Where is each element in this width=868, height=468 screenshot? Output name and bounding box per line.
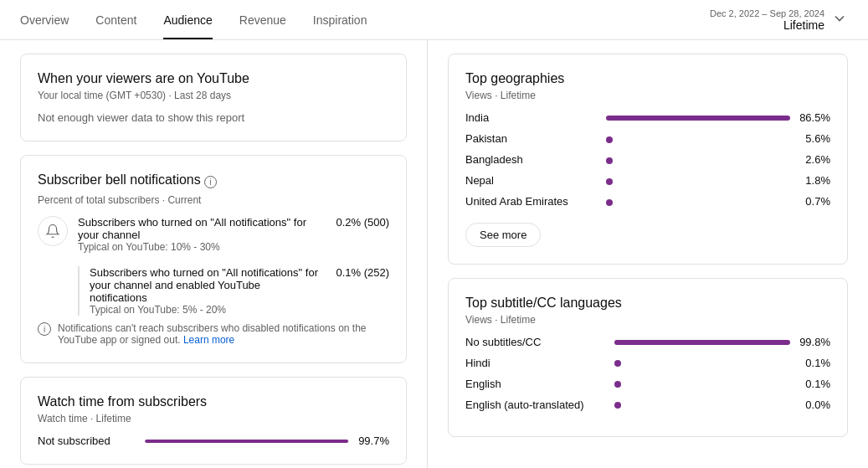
info-circle-icon: i <box>38 322 51 336</box>
top-geo-subtitle: Views · Lifetime <box>465 90 830 101</box>
lang-value-english-auto: 0.0% <box>797 399 830 411</box>
date-range-text: Dec 2, 2022 – Sep 28, 2024 <box>710 8 824 18</box>
lang-bar-no-subtitles <box>614 340 790 345</box>
notification-row-sub: Subscribers who turned on "All notificat… <box>78 266 389 316</box>
nav-content[interactable]: Content <box>95 2 136 39</box>
lang-row-english: English 0.1% <box>465 378 830 390</box>
geo-value-uae: 0.7% <box>797 195 830 208</box>
top-geographies-card: Top geographies Views · Lifetime India 8… <box>448 54 848 265</box>
geo-bar-uae <box>606 199 790 204</box>
geo-dot-nepal <box>606 178 613 185</box>
lang-dot-english-auto <box>614 402 621 409</box>
chevron-down-icon <box>831 10 848 29</box>
lang-label-hindi: Hindi <box>465 357 608 369</box>
lang-bar-hindi <box>614 361 790 366</box>
lang-row-no-subtitles: No subtitles/CC 99.8% <box>465 336 830 348</box>
top-subtitle-subtitle: Views · Lifetime <box>465 314 830 326</box>
watch-time-bar-container <box>145 440 349 443</box>
lang-label-english: English <box>465 378 608 390</box>
geo-value-bangladesh: 2.6% <box>797 153 830 166</box>
date-selector[interactable]: Dec 2, 2022 – Sep 28, 2024 Lifetime <box>710 8 848 32</box>
top-geo-title: Top geographies <box>465 71 830 86</box>
learn-more-link[interactable]: Learn more <box>183 334 234 346</box>
geo-bar-bangladesh <box>606 157 790 162</box>
info-text: Notifications can't reach subscribers wh… <box>58 322 389 346</box>
geo-bar-pakistan <box>606 136 790 141</box>
lang-value-hindi: 0.1% <box>797 357 830 369</box>
top-navigation: Overview Content Audience Revenue Inspir… <box>0 0 868 40</box>
lang-bar-english-auto <box>614 403 790 408</box>
viewer-time-empty: Not enough viewer data to show this repo… <box>38 111 389 124</box>
nav-inspiration[interactable]: Inspiration <box>313 2 367 39</box>
geo-value-nepal: 1.8% <box>797 174 830 187</box>
notif-sub-value: 0.1% (252) <box>329 266 389 279</box>
viewer-time-subtitle: Your local time (GMT +0530) · Last 28 da… <box>38 90 389 101</box>
bell-icon <box>38 216 68 246</box>
geo-row-pakistan: Pakistan 5.6% <box>465 132 830 145</box>
geo-value-india: 86.5% <box>797 111 830 124</box>
geo-dot-uae <box>606 199 613 206</box>
top-subtitle-title: Top subtitle/CC languages <box>465 296 830 311</box>
lang-value-no-subtitles: 99.8% <box>797 336 830 348</box>
watch-time-bar-fill <box>145 440 348 443</box>
notification-content-sub: Subscribers who turned on "All notificat… <box>90 266 319 316</box>
geo-label-uae: United Arab Emirates <box>465 195 599 208</box>
notif-sub-typical: Typical on YouTube: 5% - 20% <box>90 304 319 316</box>
geo-label-nepal: Nepal <box>465 174 599 187</box>
watch-time-label: Not subscribed <box>38 435 138 447</box>
subscriber-notif-subtitle: Percent of total subscribers · Current <box>38 194 389 206</box>
top-subtitle-card: Top subtitle/CC languages Views · Lifeti… <box>448 278 848 437</box>
watch-time-card: Watch time from subscribers Watch time ·… <box>20 377 407 465</box>
geo-row-uae: United Arab Emirates 0.7% <box>465 195 830 208</box>
lang-row-english-auto: English (auto-translated) 0.0% <box>465 399 830 411</box>
geo-dot-bangladesh <box>606 157 613 164</box>
geo-bar-india <box>606 116 790 121</box>
watch-time-row: Not subscribed 99.7% <box>38 435 389 447</box>
watch-time-subtitle: Watch time · Lifetime <box>38 413 389 424</box>
subscriber-notif-title: Subscriber bell notifications <box>38 172 201 188</box>
lang-row-hindi: Hindi 0.1% <box>465 357 830 369</box>
watch-time-title: Watch time from subscribers <box>38 394 389 409</box>
notification-content-main: Subscribers who turned on "All notificat… <box>78 216 319 253</box>
geo-row-india: India 86.5% <box>465 111 830 124</box>
lang-dot-english <box>614 381 621 388</box>
viewer-time-card: When your viewers are on YouTube Your lo… <box>20 54 407 141</box>
nav-revenue[interactable]: Revenue <box>239 2 286 39</box>
right-panel: Top geographies Views · Lifetime India 8… <box>427 40 868 468</box>
lang-value-english: 0.1% <box>797 378 830 390</box>
geo-label-pakistan: Pakistan <box>465 132 599 145</box>
notification-row-main: Subscribers who turned on "All notificat… <box>38 216 389 253</box>
main-layout: When your viewers are on YouTube Your lo… <box>0 40 868 468</box>
geo-label-india: India <box>465 111 599 124</box>
lang-bar-english <box>614 382 790 387</box>
info-row: i Notifications can't reach subscribers … <box>38 322 389 346</box>
watch-time-value: 99.7% <box>356 435 389 447</box>
subscriber-notifications-card: Subscriber bell notifications i Percent … <box>20 155 407 363</box>
geo-bar-nepal <box>606 178 790 183</box>
notif-main-title: Subscribers who turned on "All notificat… <box>78 216 319 241</box>
see-more-button[interactable]: See more <box>465 223 541 247</box>
notif-main-value: 0.2% (500) <box>329 216 389 229</box>
lang-label-english-auto: English (auto-translated) <box>465 399 608 411</box>
viewer-time-title: When your viewers are on YouTube <box>38 71 389 86</box>
geo-label-bangladesh: Bangladesh <box>465 153 599 166</box>
left-panel: When your viewers are on YouTube Your lo… <box>0 40 427 468</box>
date-label-text: Lifetime <box>710 18 824 32</box>
nav-overview[interactable]: Overview <box>20 2 69 39</box>
lang-dot-hindi <box>614 360 621 367</box>
info-icon[interactable]: i <box>204 176 217 188</box>
notif-main-typical: Typical on YouTube: 10% - 30% <box>78 241 319 253</box>
lang-label-no-subtitles: No subtitles/CC <box>465 336 608 348</box>
geo-row-bangladesh: Bangladesh 2.6% <box>465 153 830 166</box>
geo-value-pakistan: 5.6% <box>797 132 830 145</box>
nav-audience[interactable]: Audience <box>163 2 212 39</box>
geo-dot-pakistan <box>606 136 613 143</box>
geo-row-nepal: Nepal 1.8% <box>465 174 830 187</box>
notif-sub-title: Subscribers who turned on "All notificat… <box>90 266 319 304</box>
